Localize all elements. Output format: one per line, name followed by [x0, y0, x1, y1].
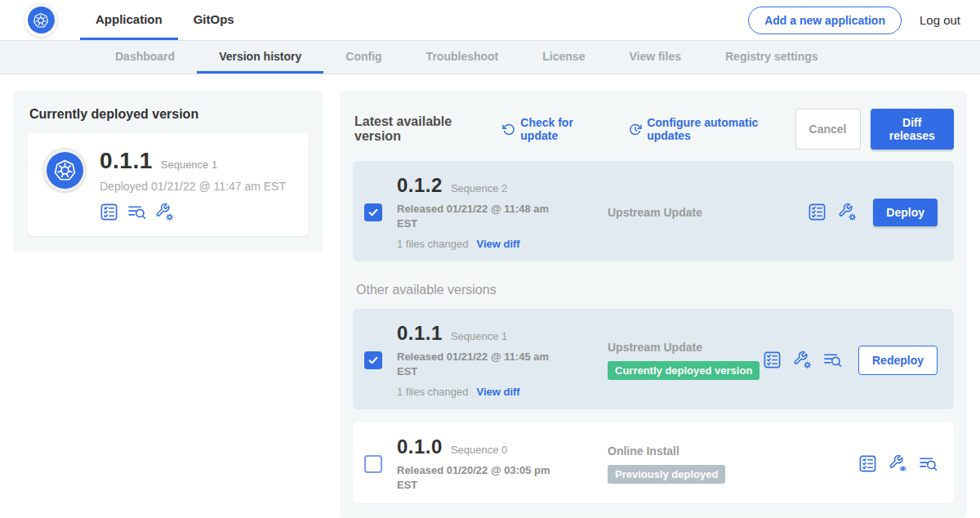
version-checkbox[interactable]: [364, 351, 382, 369]
version-source-label: Online Install: [608, 444, 679, 458]
view-logs-icon[interactable]: [919, 454, 938, 473]
sequence-label: Sequence 2: [451, 182, 507, 194]
version-row-0-1-1: 0.1.1 Sequence 1 Released 01/21/22 @ 11:…: [353, 309, 954, 409]
view-logs-icon[interactable]: [127, 203, 146, 221]
edit-config-icon[interactable]: [155, 203, 174, 221]
previously-deployed-badge: Previously deployed: [608, 465, 725, 484]
cancel-button[interactable]: Cancel: [795, 109, 861, 150]
version-checkbox[interactable]: [364, 455, 382, 473]
deployed-timestamp: Deployed 01/21/22 @ 11:47 am EST: [100, 180, 286, 193]
app-logo: [24, 4, 57, 37]
view-diff-link[interactable]: View diff: [476, 238, 519, 250]
diff-releases-button[interactable]: Diff releases: [871, 109, 955, 150]
top-navigation: Application GitOps Add a new application…: [0, 0, 980, 40]
version-source-label: Upstream Update: [608, 206, 702, 219]
version-number: 0.1.1: [397, 322, 443, 345]
sequence-label: Sequence 1: [451, 330, 507, 342]
configure-automatic-updates-link[interactable]: Configure automatic updates: [629, 116, 795, 142]
preflight-checks-icon[interactable]: [858, 454, 877, 473]
version-number: 0.1.2: [397, 174, 443, 197]
check-for-update-label: Check for update: [520, 116, 608, 142]
subnav-config[interactable]: Config: [323, 41, 403, 74]
refresh-icon: [502, 123, 515, 136]
currently-deployed-card: Currently deployed version: [13, 91, 323, 252]
tab-gitops-label: GitOps: [194, 12, 234, 26]
subnav-view-files[interactable]: View files: [607, 41, 703, 74]
version-row-0-1-0: 0.1.0 Sequence 0 Released 01/20/22 @ 03:…: [353, 422, 954, 503]
preflight-checks-icon[interactable]: [808, 203, 826, 221]
version-row-0-1-2: 0.1.2 Sequence 2 Released 01/21/22 @ 11:…: [353, 161, 954, 261]
edit-config-icon[interactable]: [838, 203, 857, 221]
view-config-icon[interactable]: [889, 454, 907, 473]
topnav-tabs: Application GitOps: [80, 0, 250, 40]
subnav-version-history[interactable]: Version history: [197, 41, 323, 74]
version-source-label: Upstream Update: [608, 341, 702, 354]
check-for-update-link[interactable]: Check for update: [502, 116, 608, 142]
version-history-panel: Latest available version Check for updat…: [340, 91, 967, 518]
redeploy-button[interactable]: Redeploy: [858, 346, 938, 375]
released-timestamp: Released 01/21/22 @ 11:45 am EST: [397, 350, 560, 378]
files-changed-label: 1 files changed: [397, 386, 468, 398]
view-diff-link[interactable]: View diff: [476, 386, 519, 398]
preflight-checks-icon[interactable]: [763, 351, 782, 369]
currently-deployed-title: Currently deployed version: [29, 107, 309, 122]
deployed-sequence-label: Sequence 1: [161, 159, 217, 171]
tab-application[interactable]: Application: [80, 0, 178, 40]
tab-application-label: Application: [96, 12, 163, 26]
sequence-label: Sequence 0: [451, 444, 507, 456]
subnav-troubleshoot[interactable]: Troubleshoot: [404, 41, 521, 74]
tab-gitops[interactable]: GitOps: [178, 0, 250, 40]
add-new-application-button[interactable]: Add a new application: [748, 7, 902, 34]
schedule-update-icon: [629, 123, 642, 136]
files-changed-label: 1 files changed: [397, 238, 468, 250]
other-versions-title: Other available versions: [356, 283, 954, 297]
released-timestamp: Released 01/20/22 @ 03:05 pm EST: [397, 463, 560, 492]
app-version-logo: [42, 148, 87, 192]
deploy-button[interactable]: Deploy: [873, 199, 938, 226]
view-logs-icon[interactable]: [823, 351, 842, 369]
edit-config-icon[interactable]: [793, 351, 812, 369]
logout-link[interactable]: Log out: [920, 13, 960, 27]
kubernetes-wheel-icon: [52, 158, 78, 183]
kubernetes-wheel-icon: [32, 11, 50, 29]
subnav-license[interactable]: License: [520, 41, 607, 74]
deployed-version-number: 0.1.1: [100, 148, 153, 174]
subnav-registry-settings[interactable]: Registry settings: [703, 41, 840, 74]
configure-automatic-updates-label: Configure automatic updates: [647, 116, 795, 142]
version-number: 0.1.0: [397, 435, 443, 458]
preflight-checks-icon[interactable]: [100, 203, 118, 221]
currently-deployed-badge: Currently deployed version: [608, 361, 760, 380]
version-checkbox[interactable]: [364, 203, 382, 221]
deployed-version-card: 0.1.1 Sequence 1 Deployed 01/21/22 @ 11:…: [28, 133, 309, 236]
app-sub-navigation: Dashboard Version history Config Trouble…: [0, 40, 980, 74]
subnav-dashboard[interactable]: Dashboard: [93, 41, 197, 74]
latest-available-title: Latest available version: [354, 114, 492, 144]
released-timestamp: Released 01/21/22 @ 11:48 am EST: [397, 202, 560, 230]
